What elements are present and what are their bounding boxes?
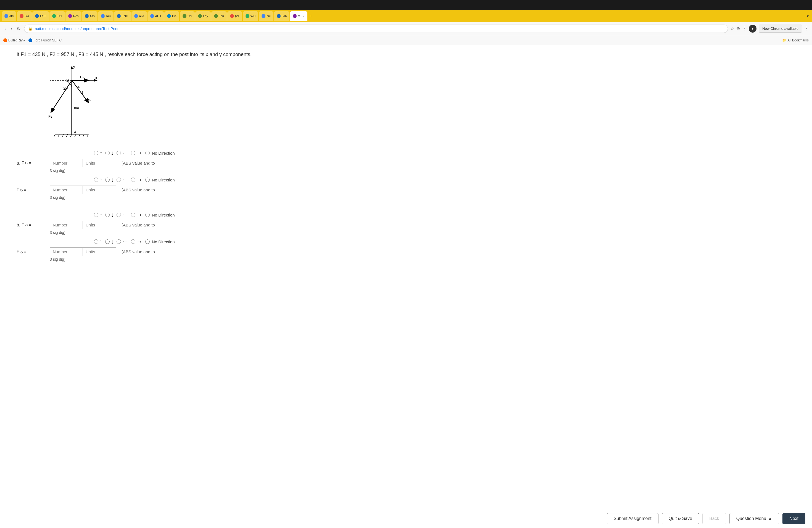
- f1x-dir-none[interactable]: No Direction: [145, 151, 175, 156]
- f1x-number-input[interactable]: [50, 159, 83, 167]
- tab-dis[interactable]: Dis: [164, 11, 179, 21]
- f2x-dir-right[interactable]: →: [131, 211, 143, 218]
- tab-wh[interactable]: WH: [243, 11, 258, 21]
- f1y-dir-right[interactable]: →: [131, 176, 143, 184]
- f1x-left-radio[interactable]: [117, 151, 121, 155]
- settings-button[interactable]: ⋮: [742, 26, 746, 31]
- f1y-number-input[interactable]: [50, 186, 83, 194]
- f1x-units-input[interactable]: [83, 159, 116, 167]
- chrome-menu-button[interactable]: ⋮: [804, 26, 809, 31]
- tab-afri[interactable]: afri: [2, 11, 16, 21]
- no-direction-label: No Direction: [152, 151, 175, 156]
- svg-text:4: 4: [78, 85, 79, 89]
- f2y-dir-none[interactable]: No Direction: [145, 239, 175, 244]
- f1y-label: F1y =: [17, 188, 50, 192]
- tab-bla[interactable]: Bla: [17, 11, 32, 21]
- f2y-dir-right[interactable]: →: [131, 238, 143, 245]
- f2y-label: F2y =: [17, 249, 50, 254]
- f2x-units-input[interactable]: [83, 221, 116, 229]
- tab-lab[interactable]: Lab: [274, 11, 289, 21]
- bookmark-star-button[interactable]: ☆: [730, 26, 734, 31]
- f1y-dir-down[interactable]: ↓: [105, 176, 114, 184]
- forward-nav-button[interactable]: ›: [10, 25, 13, 33]
- f2y-left-radio[interactable]: [117, 239, 121, 244]
- f1x-dir-left[interactable]: ←: [117, 149, 128, 157]
- f1y-right-radio[interactable]: [131, 178, 135, 182]
- tab-uni[interactable]: Uni: [180, 11, 195, 21]
- tab-est[interactable]: EST: [32, 11, 48, 21]
- tab-enc[interactable]: ENC: [114, 11, 131, 21]
- f2y-number-input[interactable]: [50, 247, 83, 256]
- svg-line-1: [54, 134, 55, 137]
- svg-text:3: 3: [82, 91, 83, 94]
- f2x-down-radio[interactable]: [105, 212, 110, 217]
- address-field[interactable]: 🔒 nait.mobius.cloud/modules/unproctoredT…: [24, 25, 728, 33]
- f2y-up-radio[interactable]: [94, 239, 98, 244]
- tab-yt[interactable]: (21: [227, 11, 242, 21]
- extensions-button[interactable]: ⊕: [736, 26, 740, 31]
- tab-res[interactable]: Res: [66, 11, 82, 21]
- f2x-label: b. F2x =: [17, 223, 50, 228]
- reload-button[interactable]: ↻: [15, 25, 22, 33]
- f2x-left-radio[interactable]: [117, 212, 121, 217]
- all-bookmarks[interactable]: 📁 All Bookmarks: [782, 39, 809, 42]
- f1x-direction-row: ↑ ↓ ← → No Direction: [17, 149, 795, 157]
- f2x-number-input[interactable]: [50, 221, 83, 229]
- tab-aid2[interactable]: AI D: [147, 11, 164, 21]
- f1y-dir-up[interactable]: ↑: [94, 176, 102, 184]
- no-direction-label: No Direction: [152, 239, 175, 244]
- f2x-right-radio[interactable]: [131, 212, 135, 217]
- f1x-dir-up[interactable]: ↑: [94, 149, 102, 157]
- f1x-dir-down[interactable]: ↓: [105, 149, 114, 157]
- new-tab-button[interactable]: +: [308, 13, 314, 19]
- f1x-dir-right[interactable]: →: [131, 149, 143, 157]
- back-nav-button[interactable]: ‹: [3, 25, 7, 33]
- f2x-input-row: b. F2x = (ABS value and to: [17, 221, 795, 229]
- f1x-up-radio[interactable]: [94, 151, 98, 155]
- f2y-dir-down[interactable]: ↓: [105, 238, 114, 245]
- f1y-dir-none[interactable]: No Direction: [145, 178, 175, 182]
- f2x-dir-up[interactable]: ↑: [94, 211, 102, 218]
- f2y-units-input[interactable]: [83, 247, 116, 256]
- f2y-dir-left[interactable]: ←: [117, 238, 128, 245]
- tab-aid[interactable]: ai d: [131, 11, 147, 21]
- tab-tgi[interactable]: TGI: [49, 11, 65, 21]
- address-icons: ☆ ⊕ ⋮: [730, 26, 746, 31]
- f2y-down-radio[interactable]: [105, 239, 110, 244]
- tab-tau2[interactable]: Tau: [211, 11, 227, 21]
- f1x-hint: (ABS value and to: [121, 161, 155, 165]
- f2x-dir-down[interactable]: ↓: [105, 211, 114, 218]
- tab-ass[interactable]: Ass: [82, 11, 98, 21]
- svg-text:F₃: F₃: [80, 75, 84, 79]
- f1y-none-radio[interactable]: [145, 178, 150, 182]
- f2x-dir-left[interactable]: ←: [117, 211, 128, 218]
- f1y-units-input[interactable]: [83, 186, 116, 194]
- f1x-none-radio[interactable]: [145, 151, 150, 155]
- bookmark-ford[interactable]: Ford Fusion SE | C...: [28, 39, 64, 42]
- section-gap-1: [17, 203, 795, 211]
- tab-lay[interactable]: Lay: [195, 11, 211, 21]
- f2x-up-radio[interactable]: [94, 212, 98, 217]
- f1y-down-radio[interactable]: [105, 178, 110, 182]
- f1x-right-radio[interactable]: [131, 151, 135, 155]
- bookmark-bullet-rank[interactable]: Bullet Rank: [3, 39, 25, 42]
- f2x-dir-none[interactable]: No Direction: [145, 212, 175, 217]
- f2y-section: ↑ ↓ ← → No Direction F2y = (ABS v: [17, 238, 795, 262]
- profile-avatar[interactable]: ●: [749, 25, 756, 33]
- tab-bul[interactable]: bul: [259, 11, 273, 21]
- right-arrow-icon: →: [136, 176, 143, 184]
- f2y-dir-up[interactable]: ↑: [94, 238, 102, 245]
- f1y-left-radio[interactable]: [117, 178, 121, 182]
- f1y-up-radio[interactable]: [94, 178, 98, 182]
- tab-overflow-button[interactable]: ▾: [805, 14, 810, 18]
- f2y-none-radio[interactable]: [145, 239, 150, 244]
- tab-m-active[interactable]: M ✕: [290, 11, 307, 21]
- new-chrome-button[interactable]: New Chrome available: [759, 25, 802, 33]
- f1x-down-radio[interactable]: [105, 151, 110, 155]
- f2x-none-radio[interactable]: [145, 212, 150, 217]
- f2y-right-radio[interactable]: [131, 239, 135, 244]
- svg-text:F₁: F₁: [48, 114, 52, 118]
- up-arrow-icon: ↑: [99, 176, 102, 184]
- tab-tau[interactable]: Tau: [98, 11, 114, 21]
- f1y-dir-left[interactable]: ←: [117, 176, 128, 184]
